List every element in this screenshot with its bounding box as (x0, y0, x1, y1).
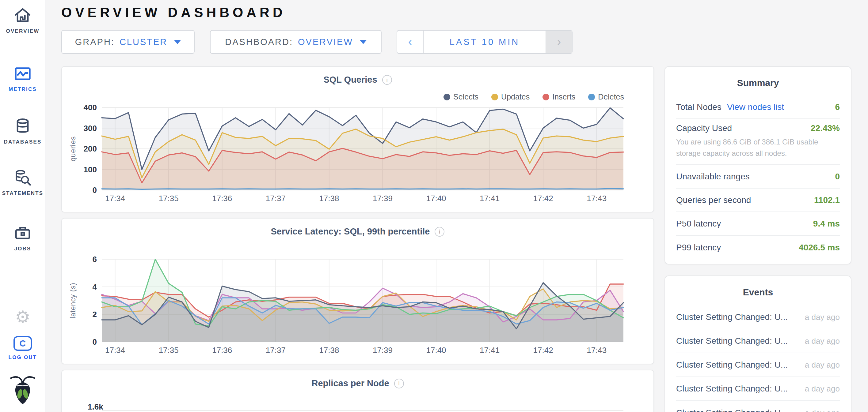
info-icon[interactable]: i (382, 75, 392, 85)
dashboard-dropdown-value: OVERVIEW (298, 37, 353, 47)
sql-queries-plot[interactable]: 17:3417:3517:3617:3717:3817:3917:4017:41… (62, 103, 655, 205)
svg-text:17:39: 17:39 (373, 346, 393, 355)
event-title: Cluster Setting Changed: U... (676, 336, 788, 346)
settings-gear[interactable]: ⚙ (0, 309, 45, 326)
chart-title: Service Latency: SQL, 99th percentile (271, 227, 430, 237)
legend-item-inserts[interactable]: Inserts (542, 93, 575, 101)
info-icon[interactable]: i (435, 227, 444, 237)
svg-text:400: 400 (84, 103, 97, 112)
events-panel: Events Cluster Setting Changed: U... a d… (664, 275, 851, 412)
time-range-value[interactable]: LAST 10 MIN (424, 31, 546, 53)
info-icon[interactable]: i (394, 379, 404, 388)
legend-dot-icon (542, 94, 549, 100)
sidebar-item-overview[interactable]: OVERVIEW (0, 7, 45, 34)
cockroach-bug-icon (8, 375, 37, 405)
event-title: Cluster Setting Changed: U... (676, 408, 788, 412)
logout-button[interactable]: C LOG OUT (0, 336, 45, 360)
summary-row-p99: P99 latency 4026.5 ms (676, 236, 840, 259)
legend-item-updates[interactable]: Updates (491, 93, 530, 101)
legend-label: Inserts (552, 93, 575, 101)
legend-dot-icon (491, 94, 498, 100)
event-title: Cluster Setting Changed: U... (676, 384, 788, 393)
metrics-icon (14, 65, 32, 83)
unavailable-ranges-value: 0 (835, 172, 840, 181)
p50-latency-value: 9.4 ms (813, 219, 840, 229)
summary-row-total-nodes: Total Nodes View nodes list 6 (676, 96, 840, 119)
logout-icon: C (13, 336, 32, 351)
chevron-left-icon: ‹ (408, 35, 412, 48)
charts-column: SQL Queries i SelectsUpdatesInsertsDelet… (61, 66, 654, 412)
sidebar-item-label: JOBS (14, 246, 31, 252)
chart-title: SQL Queries (323, 75, 377, 85)
event-time: a day ago (805, 336, 840, 346)
cockroach-logo[interactable] (0, 375, 45, 405)
svg-text:17:41: 17:41 (480, 194, 500, 203)
summary-title: Summary (665, 67, 851, 88)
view-nodes-list-link[interactable]: View nodes list (727, 102, 784, 112)
event-row: Cluster Setting Changed: U... a day ago (676, 306, 840, 329)
legend-item-deletes[interactable]: Deletes (588, 93, 624, 101)
svg-text:17:34: 17:34 (105, 194, 125, 203)
legend-label: Updates (501, 93, 530, 101)
chart-title: Replicas per Node (311, 378, 389, 388)
svg-text:queries: queries (69, 136, 77, 161)
event-title: Cluster Setting Changed: U... (676, 312, 788, 322)
svg-text:17:40: 17:40 (426, 194, 446, 203)
legend-item-selects[interactable]: Selects (443, 93, 478, 101)
capacity-note: You are using 86.6 GiB of 386.1 GiB usab… (676, 136, 836, 159)
legend-dot-icon (443, 94, 450, 100)
dashboard-dropdown[interactable]: DASHBOARD: OVERVIEW (210, 30, 381, 54)
sidebar-item-jobs[interactable]: JOBS (0, 225, 45, 252)
sidebar-item-statements[interactable]: STATEMENTS (0, 169, 45, 197)
sidebar-item-label: STATEMENTS (2, 191, 43, 197)
service-latency-plot[interactable]: 17:3417:3517:3617:3717:3817:3917:4017:41… (62, 254, 655, 357)
time-range-next-button[interactable]: › (546, 31, 572, 53)
summary-row-capacity: Capacity Used 22.43% You are using 86.6 … (676, 119, 840, 165)
p50-latency-label: P50 latency (676, 219, 721, 229)
svg-text:100: 100 (84, 165, 97, 174)
svg-text:4: 4 (93, 282, 97, 291)
sidebar: OVERVIEW METRICS DATABASES STATEMENTS (0, 0, 45, 412)
chevron-down-icon (360, 40, 367, 44)
events-title: Events (665, 276, 851, 298)
y-axis-tick: 1.6k (88, 402, 103, 412)
chevron-down-icon (174, 40, 181, 44)
summary-panel: Summary Total Nodes View nodes list 6 Ca… (664, 66, 851, 265)
statements-icon (14, 169, 32, 187)
sidebar-item-label: METRICS (8, 86, 37, 93)
svg-text:300: 300 (84, 124, 97, 133)
legend-dot-icon (588, 94, 595, 100)
sidebar-item-label: DATABASES (4, 139, 41, 145)
sidebar-item-databases[interactable]: DATABASES (0, 117, 45, 145)
dashboard-dropdown-label: DASHBOARD: (225, 37, 293, 47)
p99-latency-label: P99 latency (676, 243, 721, 252)
p99-latency-value: 4026.5 ms (799, 243, 840, 252)
sidebar-item-metrics[interactable]: METRICS (0, 65, 45, 93)
summary-row-unavailable-ranges: Unavailable ranges 0 (676, 165, 840, 188)
event-time: a day ago (805, 408, 840, 412)
time-range-selector: ‹ LAST 10 MIN › (397, 30, 572, 54)
gear-icon: ⚙ (15, 309, 30, 326)
event-row: Cluster Setting Changed: U... a day ago (676, 377, 840, 401)
sidebar-item-label: OVERVIEW (6, 28, 39, 34)
sql-queries-chart-panel: SQL Queries i SelectsUpdatesInsertsDelet… (61, 66, 654, 212)
home-icon (14, 7, 32, 25)
svg-text:latency (s): latency (s) (69, 282, 77, 318)
svg-text:17:37: 17:37 (266, 346, 286, 355)
event-row: Cluster Setting Changed: U... a day ago (676, 353, 840, 377)
unavailable-ranges-label: Unavailable ranges (676, 172, 750, 181)
graph-dropdown[interactable]: GRAPH: CLUSTER (61, 30, 195, 54)
service-latency-chart-panel: Service Latency: SQL, 99th percentile i … (61, 218, 654, 364)
svg-text:2: 2 (93, 310, 97, 319)
svg-text:17:42: 17:42 (533, 346, 553, 355)
replicas-per-node-chart-panel: Replicas per Node i 1.6k (61, 370, 654, 412)
svg-text:0: 0 (93, 337, 97, 346)
right-column: Summary Total Nodes View nodes list 6 Ca… (664, 66, 851, 412)
event-row: Cluster Setting Changed: U... a day ago (676, 401, 840, 412)
event-title: Cluster Setting Changed: U... (676, 360, 788, 370)
database-icon (14, 117, 32, 135)
time-range-prev-button[interactable]: ‹ (397, 31, 424, 53)
event-row: Cluster Setting Changed: U... a day ago (676, 329, 840, 353)
capacity-value: 22.43% (811, 123, 840, 133)
svg-text:17:43: 17:43 (587, 194, 607, 203)
